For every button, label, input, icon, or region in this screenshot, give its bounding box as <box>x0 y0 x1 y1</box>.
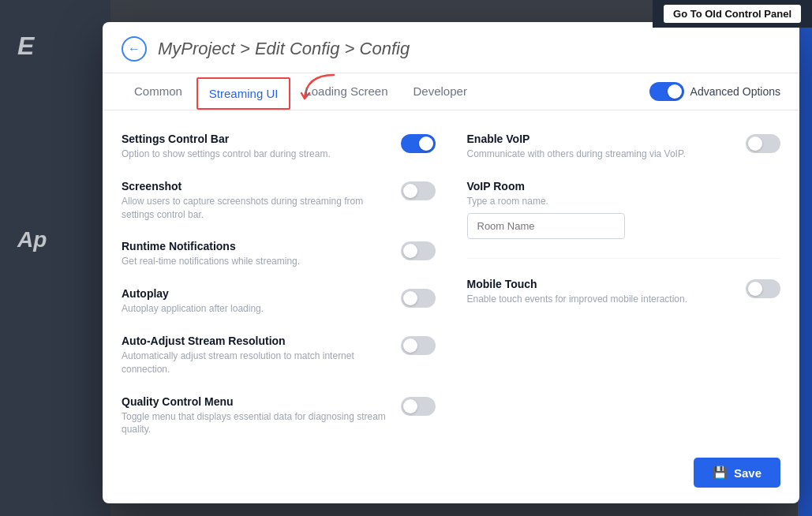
setting-desc-voip-room: Type a room name. <box>467 195 548 208</box>
tab-loading-screen[interactable]: Loading Screen <box>292 73 400 110</box>
advanced-options-toggle[interactable] <box>649 82 684 101</box>
breadcrumb-project: MyProject <box>158 39 235 58</box>
setting-name-mobile-touch: Mobile Touch <box>467 278 734 290</box>
setting-row-quality-control: Quality Control Menu Toggle menu that di… <box>122 395 436 437</box>
toggle-runtime-notifications[interactable] <box>401 241 436 264</box>
setting-info-mobile-touch: Mobile Touch Enable touch events for imp… <box>467 278 734 306</box>
setting-name-auto-adjust: Auto-Adjust Stream Resolution <box>122 335 388 347</box>
tab-common[interactable]: Common <box>122 73 195 110</box>
back-button[interactable]: ← <box>122 36 147 62</box>
setting-name-voip-room: VoIP Room <box>467 180 548 193</box>
tabs-bar: Common Streaming UI Loading Screen Devel… <box>103 73 799 110</box>
toggle-settings-control-bar[interactable] <box>401 134 436 156</box>
bg-left-panel <box>0 0 110 516</box>
old-control-panel-button[interactable]: Go To Old Control Panel <box>664 5 801 23</box>
setting-info-enable-voip: Enable VoIP Communicate with others duri… <box>467 133 734 161</box>
setting-info-quality-control: Quality Control Menu Toggle menu that di… <box>122 395 388 437</box>
setting-info-autoplay: Autoplay Autoplay application after load… <box>122 287 388 316</box>
tab-developer[interactable]: Developer <box>401 73 480 110</box>
setting-desc-settings-control-bar: Option to show settings control bar duri… <box>122 148 388 161</box>
toggle-auto-adjust[interactable] <box>401 336 436 358</box>
toggle-enable-voip[interactable] <box>746 134 780 156</box>
breadcrumb-sep2: > <box>340 39 360 58</box>
advanced-options-label: Advanced Options <box>690 85 780 98</box>
setting-row-settings-control-bar: Settings Control Bar Option to show sett… <box>122 133 436 161</box>
advanced-options-area: Advanced Options <box>649 82 780 101</box>
setting-info-screenshot: Screenshot Allow users to capture screen… <box>122 180 388 222</box>
setting-desc-auto-adjust: Automatically adjust stream resolution t… <box>122 350 388 376</box>
setting-row-runtime-notifications: Runtime Notifications Get real-time noti… <box>122 240 436 268</box>
voip-room-header: VoIP Room Type a room name. <box>467 180 781 208</box>
voip-room-input[interactable] <box>467 213 625 239</box>
top-bar: Go To Old Control Panel <box>653 0 812 28</box>
setting-row-mobile-touch: Mobile Touch Enable touch events for imp… <box>467 278 781 306</box>
setting-desc-screenshot: Allow users to capture screenshots durin… <box>122 195 388 222</box>
setting-desc-runtime-notifications: Get real-time notifications while stream… <box>122 255 388 268</box>
setting-desc-quality-control: Toggle menu that displays essential data… <box>122 410 388 437</box>
left-column: Settings Control Bar Option to show sett… <box>122 133 436 429</box>
save-label: Save <box>734 466 761 480</box>
config-modal: ← MyProject > Edit Config > Config Commo… <box>103 22 799 503</box>
setting-name-autoplay: Autoplay <box>122 287 388 300</box>
setting-info-runtime-notifications: Runtime Notifications Get real-time noti… <box>122 240 388 268</box>
setting-name-screenshot: Screenshot <box>122 180 388 193</box>
bg-right-bar <box>798 0 812 516</box>
setting-desc-enable-voip: Communicate with others during streaming… <box>467 148 734 161</box>
save-icon: 💾 <box>713 466 728 480</box>
setting-row-enable-voip: Enable VoIP Communicate with others duri… <box>467 133 781 161</box>
save-button[interactable]: 💾 Save <box>694 458 780 488</box>
setting-name-runtime-notifications: Runtime Notifications <box>122 240 388 252</box>
setting-name-enable-voip: Enable VoIP <box>467 133 734 145</box>
back-arrow-icon: ← <box>128 42 140 56</box>
toggle-screenshot[interactable] <box>401 181 436 204</box>
breadcrumb-edit: Edit Config <box>255 39 340 58</box>
setting-row-autoplay: Autoplay Autoplay application after load… <box>122 287 436 316</box>
setting-name-quality-control: Quality Control Menu <box>122 395 388 408</box>
toggle-quality-control[interactable] <box>401 397 436 419</box>
voip-room-section: VoIP Room Type a room name. <box>467 180 781 239</box>
setting-info-settings-control-bar: Settings Control Bar Option to show sett… <box>122 133 388 161</box>
setting-name-settings-control-bar: Settings Control Bar <box>122 133 388 145</box>
bg-letter-1: E <box>17 32 34 61</box>
setting-desc-mobile-touch: Enable touch events for improved mobile … <box>467 293 734 306</box>
breadcrumb-config: Config <box>360 39 410 58</box>
modal-header: ← MyProject > Edit Config > Config <box>103 22 799 73</box>
breadcrumb-sep1: > <box>235 39 255 58</box>
setting-row-auto-adjust: Auto-Adjust Stream Resolution Automatica… <box>122 335 436 376</box>
toggle-autoplay[interactable] <box>401 289 436 311</box>
right-divider <box>467 258 781 259</box>
voip-room-info: VoIP Room Type a room name. <box>467 180 548 208</box>
setting-desc-autoplay: Autoplay application after loading. <box>122 302 388 316</box>
toggle-mobile-touch[interactable] <box>746 279 780 301</box>
bg-letter-2: Ap <box>17 227 47 252</box>
advanced-options-slider <box>649 82 684 101</box>
breadcrumb: MyProject > Edit Config > Config <box>158 39 410 59</box>
modal-body: Settings Control Bar Option to show sett… <box>103 110 799 448</box>
setting-row-screenshot: Screenshot Allow users to capture screen… <box>122 180 436 222</box>
tab-streaming-ui[interactable]: Streaming UI <box>196 77 291 110</box>
setting-info-auto-adjust: Auto-Adjust Stream Resolution Automatica… <box>122 335 388 376</box>
right-column: Enable VoIP Communicate with others duri… <box>467 133 781 429</box>
modal-footer: 💾 Save <box>103 448 799 503</box>
